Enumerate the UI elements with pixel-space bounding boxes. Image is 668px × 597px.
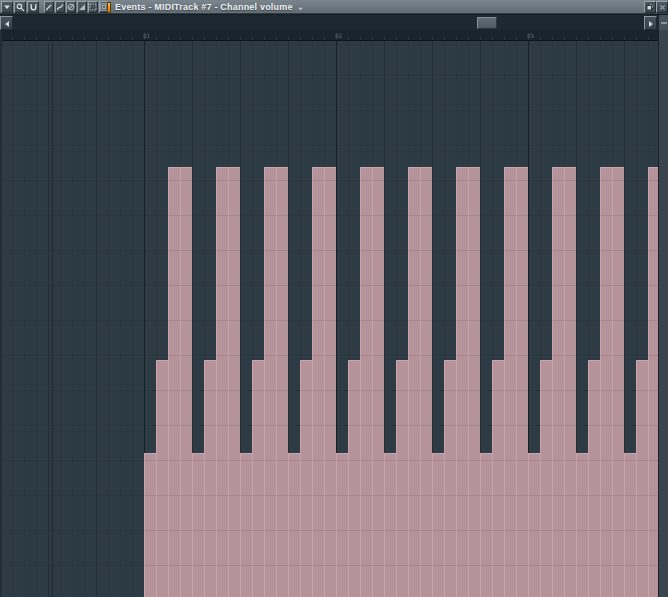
event-editor-window: Events - MIDITrack #7 - Channel volume 8… — [0, 0, 668, 597]
events-layer — [0, 41, 658, 597]
event-step-high[interactable] — [228, 167, 240, 597]
event-step-low[interactable] — [144, 453, 156, 597]
snap-magnet-icon — [29, 3, 38, 12]
scrollbar-thumb[interactable] — [477, 17, 497, 29]
event-step-high[interactable] — [420, 167, 432, 597]
event-step-medium[interactable] — [540, 360, 552, 597]
event-step-low[interactable] — [432, 453, 444, 597]
event-step-high[interactable] — [408, 167, 420, 597]
horizontal-scrollbar[interactable] — [0, 14, 668, 30]
event-step-low[interactable] — [480, 453, 492, 597]
interpolate-tool-button[interactable] — [77, 1, 87, 13]
zoom-tool-button[interactable] — [14, 1, 26, 13]
delete-tool-button[interactable] — [66, 1, 76, 13]
zoom-magnifier-icon — [16, 3, 25, 12]
paint-tool-button[interactable] — [55, 1, 65, 13]
event-step-high[interactable] — [276, 167, 288, 597]
scroll-right-button[interactable] — [644, 16, 657, 30]
event-step-low[interactable] — [384, 453, 396, 597]
event-step-high[interactable] — [612, 167, 624, 597]
window-title: Events - MIDITrack #7 - Channel volume — [115, 2, 293, 12]
resize-corner[interactable] — [658, 15, 668, 31]
draw-pencil-icon — [45, 3, 53, 11]
draw-tool-button[interactable] — [44, 1, 54, 13]
event-step-medium[interactable] — [300, 360, 312, 597]
event-step-medium[interactable] — [348, 360, 360, 597]
timeline-ruler[interactable]: 818283 — [0, 30, 668, 41]
event-grid[interactable] — [0, 41, 668, 597]
event-step-low[interactable] — [624, 453, 636, 597]
main-menu-button[interactable] — [1, 1, 13, 13]
editor-body: 818283 — [0, 30, 668, 597]
event-step-low[interactable] — [336, 453, 348, 597]
select-rect-icon — [89, 3, 97, 11]
event-step-high[interactable] — [168, 167, 180, 597]
bar-number-label: 82 — [335, 32, 342, 39]
event-step-high[interactable] — [564, 167, 576, 597]
close-icon — [659, 4, 666, 11]
event-step-high[interactable] — [648, 167, 658, 597]
event-step-medium[interactable] — [156, 360, 168, 597]
event-step-high[interactable] — [468, 167, 480, 597]
bar-number-label: 83 — [527, 32, 534, 39]
bar-number-label: 81 — [143, 32, 150, 39]
event-step-high[interactable] — [600, 167, 612, 597]
close-window-button[interactable] — [656, 1, 668, 13]
event-step-high[interactable] — [264, 167, 276, 597]
event-step-high[interactable] — [456, 167, 468, 597]
event-step-high[interactable] — [516, 167, 528, 597]
event-step-medium[interactable] — [444, 360, 456, 597]
event-step-medium[interactable] — [636, 360, 648, 597]
detach-icon — [646, 3, 654, 11]
titlebar[interactable]: Events - MIDITrack #7 - Channel volume — [0, 0, 668, 14]
event-step-high[interactable] — [372, 167, 384, 597]
event-step-low[interactable] — [240, 453, 252, 597]
event-step-medium[interactable] — [396, 360, 408, 597]
scroll-left-button[interactable] — [0, 16, 13, 30]
event-step-high[interactable] — [312, 167, 324, 597]
event-step-high[interactable] — [180, 167, 192, 597]
event-step-high[interactable] — [504, 167, 516, 597]
event-step-low[interactable] — [288, 453, 300, 597]
detach-window-button[interactable] — [644, 1, 656, 13]
event-step-medium[interactable] — [252, 360, 264, 597]
event-step-medium[interactable] — [492, 360, 504, 597]
select-tool-button[interactable] — [88, 1, 98, 13]
menu-caret-icon — [3, 3, 11, 11]
event-editor-icon — [107, 2, 111, 13]
event-step-medium[interactable] — [204, 360, 216, 597]
resize-grip-icon — [661, 22, 667, 24]
event-step-low[interactable] — [528, 453, 540, 597]
delete-slash-icon — [67, 3, 75, 11]
paint-brush-icon — [56, 3, 64, 11]
event-step-low[interactable] — [192, 453, 204, 597]
interpolate-ramp-icon — [78, 3, 86, 11]
event-step-low[interactable] — [576, 453, 588, 597]
event-step-high[interactable] — [216, 167, 228, 597]
event-step-high[interactable] — [324, 167, 336, 597]
window-right-border — [658, 30, 668, 597]
snap-button[interactable] — [27, 1, 39, 13]
window-left-border — [0, 30, 2, 597]
event-step-medium[interactable] — [588, 360, 600, 597]
event-step-high[interactable] — [360, 167, 372, 597]
event-step-high[interactable] — [552, 167, 564, 597]
